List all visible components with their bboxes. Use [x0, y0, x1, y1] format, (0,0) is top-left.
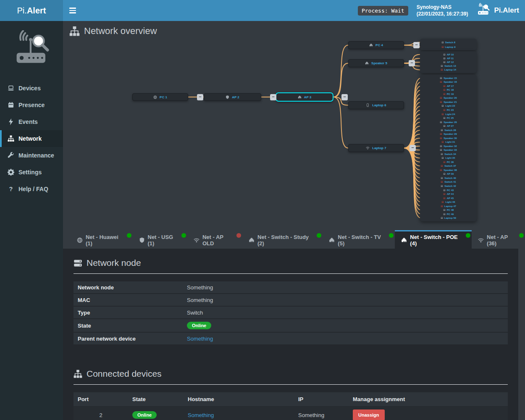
collapse-button[interactable]: –	[197, 94, 203, 100]
leaf-node[interactable]: PC 19	[420, 92, 477, 96]
leaf-node[interactable]: Speaker 29	[420, 132, 477, 136]
leaf-node[interactable]: AP 45	[420, 196, 477, 200]
sidebar-item-maintenance[interactable]: Maintenance	[0, 147, 63, 164]
leaf-node-label: Light 46	[445, 201, 455, 203]
parent-device-link[interactable]: Something	[187, 336, 213, 342]
leaf-node[interactable]: Light 46	[420, 200, 477, 204]
diagram-node-label: PC 1	[160, 95, 167, 99]
leaf-node[interactable]: AP 27	[420, 124, 477, 128]
diagram-node-pc4[interactable]: PC 4	[348, 41, 404, 49]
leaf-node[interactable]: Speaker 16	[420, 80, 477, 84]
leaf-node-label: PC 19	[447, 93, 454, 95]
leaf-node[interactable]: PC 25	[420, 116, 477, 120]
info-label: Network node	[78, 284, 187, 291]
sidebar-item-devices[interactable]: Devices	[0, 80, 63, 97]
device-icon	[440, 145, 442, 147]
leaf-node[interactable]: Light 31	[420, 140, 477, 144]
tab-net-ap-old[interactable]: Net - AP OLD	[187, 230, 242, 249]
sidebar-item-events[interactable]: Events	[0, 113, 63, 130]
leaf-node[interactable]: AP 12	[420, 60, 477, 64]
tab-content-panel: Network node Network nodeSomethingMACSom…	[63, 249, 518, 420]
tab-net-switch-poe-4-[interactable]: Net - Switch - POE (4)	[395, 230, 472, 249]
leaf-node[interactable]: Switch 28	[420, 128, 477, 132]
leaf-node[interactable]: AP 44	[420, 192, 477, 196]
diagram-node-l6[interactable]: Laptop 6	[348, 101, 404, 109]
leaf-node[interactable]: Speaker 38	[420, 168, 477, 172]
leaf-node[interactable]: Light 35	[420, 156, 477, 160]
leaf-node[interactable]: Switch 34	[420, 152, 477, 156]
leaf-node-label: Switch 28	[444, 129, 456, 131]
leaf-node[interactable]: Laptop 14	[420, 68, 477, 72]
leaf-node[interactable]: Speaker 30	[420, 136, 477, 140]
tab-net-switch-study-2-[interactable]: Net - Switch - Study (2)	[242, 230, 323, 249]
leaf-node[interactable]: Speaker 15	[420, 76, 477, 80]
tab-label: Net - Switch - TV (5)	[338, 234, 388, 247]
page-title-text: Network overview	[84, 26, 157, 37]
leaf-node-label: Laptop 50	[444, 217, 456, 219]
leaf-node-label: Speaker 21	[444, 101, 457, 103]
tab-net-switch-tv-5-[interactable]: Net - Switch - TV (5)	[323, 230, 395, 249]
tab-net-ap-36-[interactable]: Net - AP (36)	[472, 230, 525, 249]
leaf-node[interactable]: Speaker 33	[420, 148, 477, 152]
collapse-button[interactable]: –	[410, 145, 416, 151]
leaf-node[interactable]: PC 23	[420, 108, 477, 112]
unassign-button[interactable]: Unassign	[353, 410, 385, 420]
bolt-icon	[8, 118, 14, 125]
leaf-node[interactable]: Switch 8	[420, 40, 477, 45]
server-icon	[74, 259, 82, 268]
leaf-node[interactable]: Speaker 20	[420, 96, 477, 100]
leaf-node[interactable]: PC 49	[420, 212, 477, 216]
ethernet-icon	[365, 61, 369, 65]
diagram-node-ap2[interactable]: AP 2	[204, 93, 261, 101]
sidebar-item-presence[interactable]: Presence	[0, 97, 63, 113]
hamburger-menu-icon[interactable]	[63, 0, 82, 21]
collapse-button[interactable]: –	[413, 42, 420, 48]
diagram-node-ap3[interactable]: AP 3	[276, 92, 333, 102]
brand-logo[interactable]: Pi.Alert	[0, 0, 63, 21]
leaf-node[interactable]: PC 36	[420, 160, 477, 164]
leaf-node[interactable]: Light 24	[420, 112, 477, 116]
leaf-node[interactable]: Speaker 21	[420, 100, 477, 104]
network-node-title: Network node	[74, 258, 508, 268]
diagram-node-sp5[interactable]: Speaker 5	[348, 59, 404, 67]
leaf-node[interactable]: Speaker 26	[420, 120, 477, 124]
pialert-logo	[0, 21, 63, 80]
device-icon	[443, 109, 446, 111]
sidebar-item-network[interactable]: Network	[0, 130, 63, 147]
device-icon	[443, 53, 446, 56]
leaf-node[interactable]: Laptop 9	[420, 45, 477, 49]
leaf-node-label: PC 43	[447, 189, 454, 192]
router-scan-icon	[476, 3, 491, 18]
leaf-node[interactable]: PC 43	[420, 188, 477, 192]
ethernet-icon	[401, 237, 407, 243]
leaf-node[interactable]: PC 48	[420, 208, 477, 212]
collapse-button[interactable]: –	[270, 94, 276, 100]
leaf-node[interactable]: AP 39	[420, 172, 477, 176]
leaf-node[interactable]: Switch 42	[420, 184, 477, 188]
info-row: TypeSwitch	[74, 307, 508, 318]
leaf-node[interactable]: Light 22	[420, 104, 477, 108]
leaf-node[interactable]: Switch 40	[420, 176, 477, 180]
collapse-button[interactable]: –	[409, 60, 415, 66]
tab-net-huawei-1-[interactable]: Net - Huawei (1)	[71, 230, 133, 249]
sidebar-item-settings[interactable]: Settings	[0, 164, 63, 181]
diagram-node-l7[interactable]: Laptop 7	[348, 144, 404, 152]
leaf-node-label: PC 25	[447, 117, 454, 119]
leaf-node[interactable]: AP 17	[420, 84, 477, 88]
ip-cell: Something	[294, 409, 349, 420]
leaf-node[interactable]: Switch 41	[420, 180, 477, 184]
leaf-node[interactable]: Laptop 50	[420, 216, 477, 220]
leaf-node[interactable]: Laptop 47	[420, 204, 477, 208]
diagram-node-pc1[interactable]: PC 1	[132, 93, 188, 101]
sidebar-item-help-faq[interactable]: ?Help / FAQ	[0, 181, 63, 197]
tab-net-usg-1-[interactable]: Net - USG (1)	[133, 230, 187, 249]
hostname-link[interactable]: Something	[188, 412, 214, 418]
leaf-node[interactable]: Switch 37	[420, 164, 477, 168]
leaf-node[interactable]: AP 10	[420, 52, 477, 56]
collapse-button[interactable]: –	[341, 94, 348, 100]
leaf-node[interactable]: PC 18	[420, 88, 477, 92]
leaf-node-label: AP 11	[447, 57, 454, 60]
leaf-node[interactable]: Speaker 32	[420, 144, 477, 148]
leaf-node[interactable]: AP 11	[420, 56, 477, 60]
leaf-node[interactable]: Switch 13	[420, 64, 477, 68]
